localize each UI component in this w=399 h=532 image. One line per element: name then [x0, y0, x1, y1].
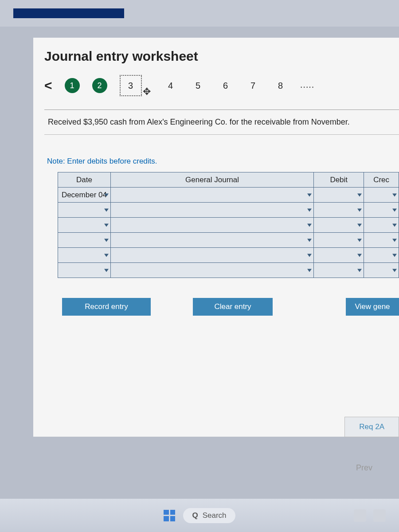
- step-4[interactable]: 4: [163, 78, 178, 93]
- dropdown-arrow-icon: [392, 208, 397, 211]
- step-8[interactable]: 8: [273, 78, 288, 93]
- windows-taskbar: Q Search: [0, 499, 399, 532]
- debit-cell[interactable]: [314, 188, 364, 203]
- account-cell[interactable]: [110, 203, 313, 218]
- dropdown-arrow-icon: [104, 208, 109, 211]
- col-header-credit: Crec: [364, 172, 399, 188]
- credit-cell[interactable]: [364, 233, 399, 248]
- dropdown-arrow-icon: [392, 254, 397, 257]
- date-cell[interactable]: [58, 233, 111, 248]
- search-placeholder: Search: [203, 511, 227, 520]
- browser-tab-strip: [0, 0, 399, 27]
- credit-cell[interactable]: [364, 188, 399, 203]
- credit-cell[interactable]: [364, 218, 399, 233]
- date-cell[interactable]: [58, 218, 111, 233]
- account-cell[interactable]: [110, 263, 313, 278]
- req-2a-button[interactable]: Req 2A: [344, 417, 399, 437]
- dropdown-arrow-icon: [307, 223, 312, 227]
- dropdown-arrow-icon: [357, 254, 362, 257]
- note-text: Note: Enter debits before credits.: [47, 157, 399, 166]
- date-cell[interactable]: [58, 263, 111, 278]
- account-cell[interactable]: [110, 248, 313, 263]
- step-2[interactable]: 2: [92, 78, 107, 93]
- button-row: Record entry Clear entry View gene: [62, 298, 399, 316]
- dropdown-arrow-icon: [104, 239, 109, 242]
- step-3-current[interactable]: 3: [120, 75, 142, 96]
- table-row: [58, 248, 399, 263]
- dropdown-arrow-icon: [357, 193, 362, 196]
- dropdown-arrow-icon: [357, 223, 362, 227]
- transaction-prompt: Received $3,950 cash from Alex's Enginee…: [44, 110, 399, 135]
- col-header-general-journal: General Journal: [110, 172, 313, 188]
- account-cell[interactable]: [110, 188, 313, 203]
- account-cell[interactable]: [110, 233, 313, 248]
- chevron-left-icon[interactable]: <: [44, 78, 52, 93]
- journal-stepper: < 1 2 3 ✥ 4 5 6 7 8 .....: [44, 75, 399, 96]
- col-header-debit: Debit: [314, 172, 364, 188]
- table-row: [58, 218, 399, 233]
- cursor-icon: ✥: [143, 86, 151, 98]
- credit-cell[interactable]: [364, 248, 399, 263]
- taskbar-app-2[interactable]: [373, 509, 386, 522]
- step-1[interactable]: 1: [65, 78, 80, 93]
- taskbar-search[interactable]: Q Search: [183, 508, 235, 523]
- date-cell[interactable]: [58, 203, 111, 218]
- debit-cell[interactable]: [314, 263, 364, 278]
- table-row: [58, 233, 399, 248]
- dropdown-arrow-icon: [307, 254, 312, 257]
- search-icon: Q: [192, 511, 198, 520]
- date-cell[interactable]: December 04: [58, 188, 111, 203]
- prev-label[interactable]: Prev: [356, 463, 372, 473]
- page-title: Journal entry worksheet: [44, 49, 399, 64]
- taskbar-app-1[interactable]: [354, 509, 366, 522]
- col-header-date: Date: [58, 172, 111, 188]
- clear-entry-button[interactable]: Clear entry: [193, 298, 273, 316]
- dropdown-arrow-icon: [104, 269, 109, 272]
- debit-cell[interactable]: [314, 248, 364, 263]
- view-general-button[interactable]: View gene: [346, 298, 399, 316]
- dropdown-arrow-icon: [357, 208, 362, 211]
- step-7[interactable]: 7: [246, 78, 261, 93]
- dropdown-arrow-icon: [104, 223, 109, 227]
- dropdown-arrow-icon: [357, 239, 362, 242]
- step-more[interactable]: .....: [301, 82, 315, 90]
- dropdown-arrow-icon: [357, 269, 362, 272]
- dropdown-arrow-icon: [392, 193, 397, 196]
- step-5[interactable]: 5: [191, 78, 206, 93]
- table-row: [58, 203, 399, 218]
- dropdown-arrow-icon: [307, 208, 312, 211]
- worksheet-panel: Journal entry worksheet < 1 2 3 ✥ 4 5 6 …: [33, 38, 399, 437]
- dropdown-arrow-icon: [392, 269, 397, 272]
- dropdown-arrow-icon: [392, 239, 397, 242]
- dropdown-arrow-icon: [104, 193, 109, 196]
- credit-cell[interactable]: [364, 263, 399, 278]
- dropdown-arrow-icon: [307, 193, 312, 196]
- date-cell[interactable]: [58, 248, 111, 263]
- taskbar-tray: [354, 509, 386, 522]
- record-entry-button[interactable]: Record entry: [62, 298, 151, 316]
- journal-table: Date General Journal Debit Crec December…: [58, 172, 399, 278]
- dropdown-arrow-icon: [104, 254, 109, 257]
- start-icon[interactable]: [164, 510, 175, 521]
- dropdown-arrow-icon: [307, 239, 312, 242]
- debit-cell[interactable]: [314, 233, 364, 248]
- step-6[interactable]: 6: [218, 78, 233, 93]
- dropdown-arrow-icon: [392, 223, 397, 227]
- active-tab-indicator: [13, 8, 124, 18]
- table-row: [58, 263, 399, 278]
- credit-cell[interactable]: [364, 203, 399, 218]
- table-row: December 04: [58, 188, 399, 203]
- account-cell[interactable]: [110, 218, 313, 233]
- dropdown-arrow-icon: [307, 269, 312, 272]
- debit-cell[interactable]: [314, 218, 364, 233]
- debit-cell[interactable]: [314, 203, 364, 218]
